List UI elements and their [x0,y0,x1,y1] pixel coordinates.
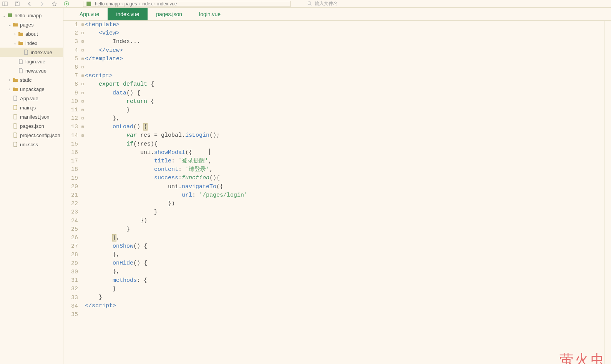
search-placeholder: 输入文件名 [315,0,338,7]
tree-folder[interactable]: ›about [0,29,63,38]
tree-folder[interactable]: ⌄hello uniapp [0,11,63,20]
breadcrumb-item[interactable]: index.vue [157,1,177,7]
code-content[interactable]: <template> <view> Index... </view></temp… [85,21,604,364]
tree-file[interactable]: news.vue [0,66,63,75]
star-icon[interactable] [51,0,58,7]
tree-file[interactable]: manifest.json [0,112,63,121]
breadcrumb-item[interactable]: hello uniapp [95,1,120,7]
chevron-right-icon: › [154,1,156,7]
vertical-scrollbar[interactable] [604,21,611,364]
tree-file[interactable]: pages.json [0,121,63,131]
breadcrumb[interactable]: hello uniapp › pages › index › index.vue [83,1,291,7]
tree-folder[interactable]: ›static [0,75,63,84]
svg-rect-3 [17,2,18,3]
search-icon [307,1,312,6]
tree-file[interactable]: index.vue [0,48,63,57]
tree-folder[interactable]: ⌄pages [0,20,63,29]
tree-file[interactable]: project.config.json [0,131,63,140]
breadcrumb-item[interactable]: pages [125,1,137,7]
editor-tab[interactable]: App.vue [71,8,108,20]
breadcrumb-item[interactable]: index [141,1,153,7]
file-search[interactable]: 输入文件名 [307,1,338,7]
editor-tab[interactable]: pages.json [148,8,191,20]
svg-line-7 [310,4,312,6]
fold-column[interactable]: ⊟⊟⊟⊟⊟⊟⊟⊟⊟⊟⊟⊟⊟⊟ [80,21,85,364]
project-icon [86,1,92,7]
svg-rect-0 [3,2,7,6]
tree-file[interactable]: App.vue [0,94,63,103]
tree-file[interactable]: uni.scss [0,140,63,149]
tree-file[interactable]: main.js [0,103,63,112]
line-gutter: 1234567891011121314151617181920212223242… [63,21,80,364]
tree-file[interactable]: login.vue [0,57,63,66]
nav-back-icon[interactable] [26,0,33,7]
run-icon[interactable] [63,0,70,7]
chevron-right-icon: › [138,1,140,7]
panel-toggle-icon[interactable] [2,0,8,7]
file-tree[interactable]: ⌄hello uniapp⌄pages›about⌄indexindex.vue… [0,8,63,364]
code-editor[interactable]: 1234567891011121314151617181920212223242… [63,21,611,364]
svg-point-6 [308,2,311,5]
top-toolbar: hello uniapp › pages › index › index.vue… [0,0,611,8]
editor-tab[interactable]: index.vue [108,8,148,20]
tree-folder[interactable]: ⌄index [0,38,63,48]
svg-rect-5 [87,2,91,6]
save-icon[interactable] [14,0,21,7]
editor-tab[interactable]: login.vue [191,8,229,20]
tree-folder[interactable]: ›unpackage [0,84,63,94]
editor-tabs: App.vueindex.vuepages.jsonlogin.vue [63,8,611,21]
svg-rect-8 [8,13,12,17]
nav-forward-icon[interactable] [38,0,45,7]
chevron-right-icon: › [121,1,123,7]
